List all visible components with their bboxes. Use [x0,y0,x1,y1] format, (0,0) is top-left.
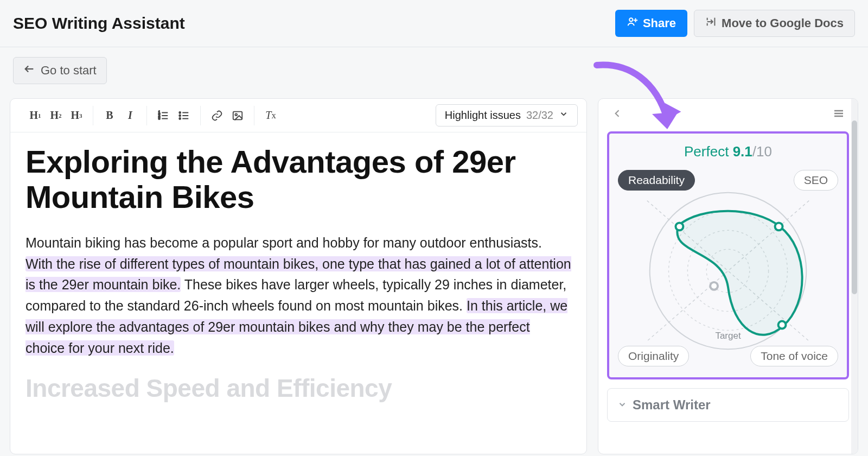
sub-toolbar: Go to start [0,47,868,91]
svg-point-17 [778,321,786,329]
bold-button[interactable]: B [100,106,119,125]
h2-button[interactable]: H2 [46,106,66,125]
pill-seo[interactable]: SEO [794,170,838,191]
sidebar-menu-button[interactable] [829,104,848,123]
editor-body[interactable]: Exploring the Advantages of 29er Mountai… [10,132,586,415]
arrow-left-icon [23,63,35,78]
pill-originality[interactable]: Originality [618,346,689,366]
move-gdocs-button[interactable]: Move to Google Docs [694,10,855,37]
score-line: Perfect 9.1/10 [615,143,841,160]
target-label: Target [715,331,741,341]
svg-point-16 [775,223,783,230]
chevron-down-icon [617,397,627,413]
highlight-issues-dropdown[interactable]: Highlight issues 32/32 [436,104,578,126]
score-word: Perfect [684,143,729,160]
svg-point-6 [179,118,181,119]
editor-toolbar: H1 H2 H3 B I 123 [10,99,586,132]
go-to-start-label: Go to start [41,64,97,78]
svg-point-15 [675,223,683,230]
image-button[interactable] [228,106,247,125]
share-icon [627,16,639,31]
topbar-actions: Share Move to Google Docs [615,10,855,37]
sidebar-card: Perfect 9.1/10 [598,98,858,454]
h3-button[interactable]: H3 [67,106,86,125]
svg-point-5 [179,115,181,116]
faded-heading: Increased Speed and Efficiency [25,373,571,403]
clear-format-button[interactable]: Tx [261,106,280,125]
editor-card: H1 H2 H3 B I 123 [10,98,587,454]
scrollbar[interactable] [851,99,858,454]
share-label: Share [643,16,676,30]
sidebar-back-button[interactable] [608,104,627,123]
pill-tone[interactable]: Tone of voice [750,346,838,366]
score-panel: Perfect 9.1/10 [607,131,849,379]
move-gdocs-label: Move to Google Docs [722,16,844,30]
score-denom: /10 [752,143,772,160]
sidebar-header [598,99,858,128]
score-value: 9.1 [733,143,752,160]
svg-point-18 [710,282,718,290]
document-paragraph: Mountain biking has become a popular spo… [25,232,571,359]
share-button[interactable]: Share [615,10,687,37]
highlight-label: Highlight issues [445,109,521,122]
document-title: Exploring the Advantages of 29er Mountai… [25,144,571,215]
svg-text:3: 3 [158,116,161,120]
radar-chart: Readability SEO Originality Tone of voic… [615,168,841,369]
go-to-start-button[interactable]: Go to start [13,57,107,84]
para-segment: Mountain biking has become a popular spo… [25,235,542,250]
highlight-count: 32/32 [526,109,553,122]
app-title: SEO Writing Assistant [13,14,185,33]
smart-writer-label: Smart Writer [633,397,711,413]
scrollbar-thumb[interactable] [852,121,857,294]
unordered-list-button[interactable] [174,106,194,125]
link-button[interactable] [207,106,227,125]
italic-button[interactable]: I [120,106,140,125]
chevron-down-icon [559,109,569,122]
svg-point-8 [235,113,237,116]
svg-point-0 [629,18,633,21]
format-group: H1 H2 H3 B I 123 [19,106,287,125]
ordered-list-button[interactable]: 123 [154,106,173,125]
export-icon [705,16,717,31]
workspace: H1 H2 H3 B I 123 [0,91,868,454]
smart-writer-section[interactable]: Smart Writer [607,388,849,422]
pill-readability[interactable]: Readability [618,170,695,191]
svg-rect-7 [233,111,242,119]
h1-button[interactable]: H1 [25,106,45,125]
svg-point-4 [179,112,181,113]
top-bar: SEO Writing Assistant Share Move to Goog… [0,0,868,47]
